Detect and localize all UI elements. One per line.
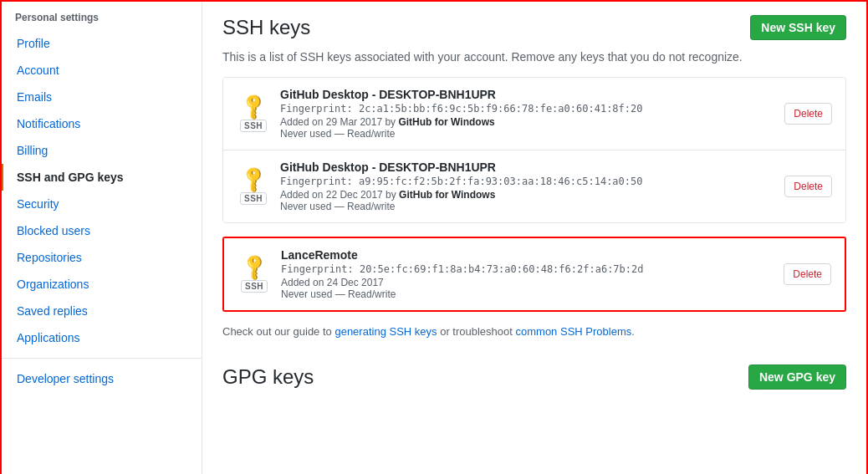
added-text-3: Added on 24 Dec 2017 [281,277,384,288]
added-text-1: Added on 29 Mar 2017 by [280,116,398,128]
added-text-2: Added on 22 Dec 2017 by [280,189,399,201]
ssh-key-name-3: LanceRemote [281,248,784,262]
ssh-section-title: SSH keys [222,16,310,39]
ssh-key-fingerprint-2: Fingerprint: a9:95:fc:f2:5b:2f:fa:93:03:… [280,176,784,187]
fingerprint-value-3: 20:5e:fc:69:f1:8a:b4:73:a0:60:48:f6:2f:a… [360,263,644,275]
ssh-key-details-1: GitHub Desktop - DESKTOP-BNH1UPR Fingerp… [280,88,784,140]
sidebar: Personal settings Profile Account Emails… [2,2,202,474]
page-layout: Personal settings Profile Account Emails… [2,2,866,474]
ssh-key-icon-wrapper-3: 🔑 SSH [237,257,271,293]
key-icon-1: 🔑 [237,91,268,122]
common-ssh-problems-link[interactable]: common SSH Problems [516,325,632,338]
gpg-section-title: GPG keys [222,365,314,389]
sidebar-item-notifications[interactable]: Notifications [2,110,202,137]
ssh-key-details-2: GitHub Desktop - DESKTOP-BNH1UPR Fingerp… [280,161,784,212]
sidebar-item-organizations[interactable]: Organizations [2,271,202,298]
fingerprint-value-2: a9:95:fc:f2:5b:2f:fa:93:03:aa:18:46:c5:1… [359,176,643,187]
ssh-key-item-1: 🔑 SSH GitHub Desktop - DESKTOP-BNH1UPR F… [223,78,845,150]
ssh-key-usage-2: Never used — Read/write [280,201,784,212]
sidebar-item-profile[interactable]: Profile [2,30,202,57]
new-gpg-key-button[interactable]: New GPG key [748,364,846,390]
sidebar-item-blocked-users[interactable]: Blocked users [2,217,202,244]
delete-key-button-1[interactable]: Delete [784,103,832,125]
ssh-key-meta-1: Added on 29 Mar 2017 by GitHub for Windo… [280,116,784,128]
sidebar-header: Personal settings [2,2,202,30]
sidebar-item-saved-replies[interactable]: Saved replies [2,298,202,324]
ssh-key-name-1: GitHub Desktop - DESKTOP-BNH1UPR [280,88,784,101]
ssh-key-icon-wrapper-2: 🔑 SSH [237,169,270,205]
sidebar-item-billing[interactable]: Billing [2,137,202,164]
ssh-key-usage-1: Never used — Read/write [280,128,784,140]
ssh-section-header: SSH keys New SSH key [222,15,846,40]
footer-text-1: Check out our guide to [222,325,334,338]
ssh-key-name-2: GitHub Desktop - DESKTOP-BNH1UPR [280,161,784,174]
ssh-key-highlighted-container: 🔑 SSH LanceRemote Fingerprint: 20:5e:fc:… [222,237,846,312]
fingerprint-label-1: Fingerprint: [280,103,359,115]
fingerprint-label-2: Fingerprint: [280,176,359,187]
ssh-key-item-2: 🔑 SSH GitHub Desktop - DESKTOP-BNH1UPR F… [223,150,845,222]
footer-text-3: . [631,325,635,338]
ssh-key-icon-wrapper-1: 🔑 SSH [237,96,270,132]
sidebar-item-developer-settings[interactable]: Developer settings [2,365,202,392]
footer-text-2: or troubleshoot [437,325,516,338]
new-ssh-key-button[interactable]: New SSH key [750,15,846,40]
ssh-key-fingerprint-1: Fingerprint: 2c:a1:5b:bb:f6:9c:5b:f9:66:… [280,103,784,115]
ssh-footer-note: Check out our guide to generating SSH ke… [222,325,846,338]
generating-ssh-keys-link[interactable]: generating SSH keys [334,325,437,338]
sidebar-item-security[interactable]: Security [2,191,202,217]
sidebar-item-applications[interactable]: Applications [2,324,202,351]
added-by-2: GitHub for Windows [399,189,495,201]
fingerprint-value-1: 2c:a1:5b:bb:f6:9c:5b:f9:66:78:fe:a0:60:4… [359,103,643,115]
ssh-keys-list: 🔑 SSH GitHub Desktop - DESKTOP-BNH1UPR F… [222,77,846,223]
ssh-section-description: This is a list of SSH keys associated wi… [222,50,846,64]
sidebar-item-repositories[interactable]: Repositories [2,244,202,271]
ssh-key-details-3: LanceRemote Fingerprint: 20:5e:fc:69:f1:… [281,248,784,300]
sidebar-item-emails[interactable]: Emails [2,84,202,110]
delete-key-button-2[interactable]: Delete [784,176,832,197]
ssh-key-usage-3: Never used — Read/write [281,288,784,300]
added-by-1: GitHub for Windows [398,116,494,128]
sidebar-item-ssh-gpg-keys[interactable]: SSH and GPG keys [2,164,202,191]
fingerprint-label-3: Fingerprint: [281,263,360,275]
ssh-key-meta-2: Added on 22 Dec 2017 by GitHub for Windo… [280,189,784,201]
sidebar-item-account[interactable]: Account [2,57,202,84]
ssh-key-fingerprint-3: Fingerprint: 20:5e:fc:69:f1:8a:b4:73:a0:… [281,263,784,275]
main-content: SSH keys New SSH key This is a list of S… [202,2,866,474]
gpg-section-header: GPG keys New GPG key [222,364,846,390]
ssh-key-item-3: 🔑 SSH LanceRemote Fingerprint: 20:5e:fc:… [224,238,845,310]
key-icon-2: 🔑 [237,164,268,195]
delete-key-button-3[interactable]: Delete [784,263,831,285]
ssh-key-meta-3: Added on 24 Dec 2017 [281,277,784,288]
key-icon-3: 🔑 [238,252,269,283]
sidebar-divider [2,358,202,359]
